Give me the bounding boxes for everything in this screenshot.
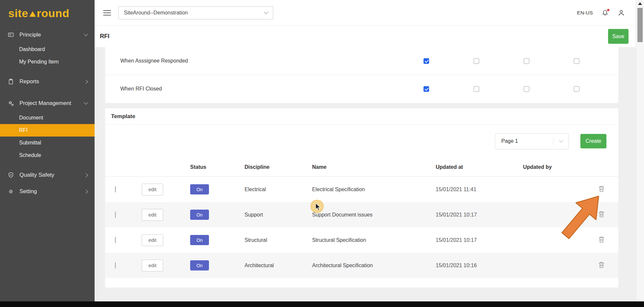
notify-checkbox[interactable] xyxy=(524,58,529,64)
hamburger-icon[interactable] xyxy=(103,10,111,15)
column-header-updated-at: Updated at xyxy=(423,164,511,170)
sidebar-item-dashboard[interactable]: Dashboard xyxy=(0,43,95,56)
status-badge[interactable]: On xyxy=(190,184,209,194)
notify-checkbox[interactable] xyxy=(524,86,529,92)
column-header-updated-by: Updated by xyxy=(511,164,585,170)
edit-button[interactable]: edit xyxy=(142,184,163,195)
template-card: Template Page 1 Create Status Discipline… xyxy=(105,108,618,288)
discipline-cell: Electrical xyxy=(232,187,300,192)
page-header: RFI Save xyxy=(95,26,636,47)
sidebar-item-project-management[interactable]: Project Management xyxy=(0,95,95,112)
delete-button[interactable] xyxy=(597,235,606,245)
sidebar-item-rfi[interactable]: RFI xyxy=(0,124,95,137)
notification-row: When Asssignee Responded xyxy=(105,47,618,75)
column-header-discipline: Discipline xyxy=(232,164,300,170)
trash-icon xyxy=(598,261,605,269)
edit-button[interactable]: edit xyxy=(142,260,163,271)
delete-button[interactable] xyxy=(597,209,606,220)
chevron-right-icon xyxy=(84,190,88,194)
row-checkbox[interactable] xyxy=(115,212,116,218)
name-cell: Structural Specification xyxy=(300,237,423,243)
status-badge[interactable]: On xyxy=(190,235,209,245)
trash-icon xyxy=(598,236,605,243)
row-checkbox[interactable] xyxy=(115,186,116,192)
notify-checkbox[interactable] xyxy=(424,86,429,92)
project-selector-value: SiteAround--Demonstration xyxy=(124,10,188,16)
updated-at-cell: 15/01/2021 10:17 xyxy=(423,237,511,243)
app-logo: site round xyxy=(0,0,95,27)
notify-checkbox[interactable] xyxy=(574,86,579,92)
updated-at-cell: 15/01/2021 10:17 xyxy=(423,212,511,218)
notification-row-label: When RFI Closed xyxy=(105,86,401,92)
save-button[interactable]: Save xyxy=(608,29,629,44)
notify-checkbox[interactable] xyxy=(574,58,579,64)
notify-checkbox[interactable] xyxy=(474,86,479,92)
discipline-cell: Structural xyxy=(232,237,300,243)
gears-icon xyxy=(7,100,15,107)
clipboard-icon xyxy=(7,78,15,85)
notifications-button[interactable] xyxy=(601,9,609,16)
content-area: When Asssignee Responded When RFI Closed… xyxy=(95,47,636,301)
discipline-cell: Architectural xyxy=(232,263,300,269)
edit-button[interactable]: edit xyxy=(142,234,163,246)
sidebar-item-label: Setting xyxy=(19,188,37,195)
page-selector[interactable]: Page 1 xyxy=(495,133,569,149)
name-cell: Support Document issues xyxy=(300,212,423,218)
sidebar-item-quality-safety[interactable]: Quality Safety xyxy=(0,167,95,183)
name-cell: Architectural Specification xyxy=(300,263,423,269)
edit-button[interactable]: edit xyxy=(142,209,163,221)
sidebar-item-reports[interactable]: Reports xyxy=(0,73,95,90)
status-badge[interactable]: On xyxy=(190,210,209,220)
discipline-cell: Support xyxy=(232,212,300,218)
notification-settings-card: When Asssignee Responded When RFI Closed xyxy=(105,47,618,103)
sidebar-item-setting[interactable]: Setting xyxy=(0,183,95,200)
main-area: SiteAround--Demonstration EN-US RFI Save xyxy=(95,0,636,301)
user-menu-button[interactable] xyxy=(617,9,625,17)
sidebar-item-my-pending-item[interactable]: My Pending Item xyxy=(0,56,95,68)
topbar-actions: EN-US xyxy=(577,9,625,17)
delete-button[interactable] xyxy=(597,260,606,271)
sidebar-item-document[interactable]: Document xyxy=(0,112,95,124)
topbar: SiteAround--Demonstration EN-US xyxy=(95,0,636,26)
sidebar-item-schedule[interactable]: Schedule xyxy=(0,149,95,162)
table-row: edit On Support Support Document issues … xyxy=(105,202,618,227)
notification-badge xyxy=(607,9,610,12)
sidebar-item-submittal[interactable]: Submittal xyxy=(0,137,95,149)
notify-checkbox[interactable] xyxy=(474,58,479,64)
sidebar-item-label: Schedule xyxy=(19,152,41,158)
create-button[interactable]: Create xyxy=(580,134,606,148)
scroll-up-button[interactable] xyxy=(636,0,644,7)
table-row: edit On Architectural Architectural Spec… xyxy=(105,253,618,278)
status-badge[interactable]: On xyxy=(190,260,209,270)
sidebar-item-label: RFI xyxy=(19,127,28,133)
logo-text-round: round xyxy=(37,7,70,20)
table-row: edit On Electrical Electrical Specificat… xyxy=(105,177,618,202)
sidebar-item-label: Dashboard xyxy=(19,46,45,52)
scroll-up-icon xyxy=(638,2,642,5)
row-checkbox[interactable] xyxy=(115,237,116,243)
sidebar-item-principle[interactable]: Principle xyxy=(0,27,95,43)
scrollbar[interactable] xyxy=(636,0,644,301)
gear-icon xyxy=(7,188,15,195)
logo-text-site: site xyxy=(8,7,28,20)
page-selector-value: Page 1 xyxy=(495,138,553,144)
app-window: site round Principle Dashboard My Pendin… xyxy=(0,0,644,307)
column-header-name: Name xyxy=(300,164,423,170)
locale-selector[interactable]: EN-US xyxy=(577,10,593,15)
shield-icon xyxy=(7,171,15,179)
letterbox-strip xyxy=(0,301,644,307)
project-selector[interactable]: SiteAround--Demonstration xyxy=(118,6,273,19)
template-section-title: Template xyxy=(105,108,618,125)
chevron-down-icon xyxy=(84,32,88,36)
sidebar-item-label: Document xyxy=(19,115,43,121)
sidebar-item-label: Submittal xyxy=(19,140,41,146)
notification-row: When RFI Closed xyxy=(105,75,618,103)
notify-checkbox[interactable] xyxy=(424,58,429,64)
column-header-status: Status xyxy=(178,164,232,170)
delete-button[interactable] xyxy=(597,184,606,195)
scrollbar-thumb[interactable] xyxy=(637,8,643,42)
table-row: edit On Structural Structural Specificat… xyxy=(105,227,618,253)
page-title: RFI xyxy=(100,33,109,40)
notification-row-label: When Asssignee Responded xyxy=(105,58,401,64)
row-checkbox[interactable] xyxy=(115,262,116,269)
